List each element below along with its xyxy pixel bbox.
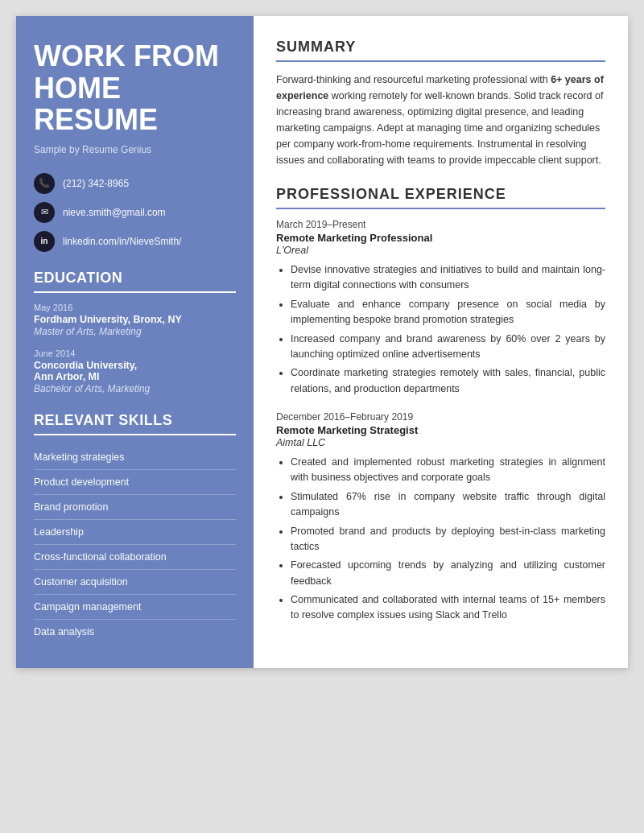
linkedin-url: linkedin.com/in/NieveSmith/ xyxy=(63,236,181,247)
phone-icon: 📞 xyxy=(34,173,55,194)
resume-container: WORK FROM HOME RESUME Sample by Resume G… xyxy=(16,16,628,668)
job-2-bullet-1: Created and implemented robust marketing… xyxy=(291,455,605,486)
edu-date-2: June 2014 xyxy=(34,348,236,358)
education-divider xyxy=(34,291,236,293)
skill-item: Leadership xyxy=(34,520,236,545)
job-2-title: Remote Marketing Strategist xyxy=(276,424,605,436)
skills-divider xyxy=(34,434,236,435)
edu-date-1: May 2016 xyxy=(34,303,236,312)
edu-degree-2: Bachelor of Arts, Marketing xyxy=(34,383,236,394)
phone-number: (212) 342-8965 xyxy=(63,178,129,189)
experience-heading: PROFESSIONAL EXPERIENCE xyxy=(276,186,605,203)
skill-item: Product development xyxy=(34,470,236,495)
job-2-company: Aimtal LLC xyxy=(276,437,605,448)
summary-divider xyxy=(276,60,605,62)
job-2-bullets: Created and implemented robust marketing… xyxy=(291,455,605,624)
education-item-1: May 2016 Fordham University, Bronx, NY M… xyxy=(34,303,236,337)
edu-degree-1: Master of Arts, Marketing xyxy=(34,326,236,337)
job-1-bullets: Devise innovative strategies and initiat… xyxy=(291,262,605,397)
email-address: nieve.smith@gmail.com xyxy=(63,207,166,218)
email-icon: ✉ xyxy=(34,202,55,223)
job-1-bullet-3: Increased company and brand awareness by… xyxy=(291,332,605,363)
experience-divider xyxy=(276,208,605,209)
job-1-bullet-4: Coordinate marketing strategies remotely… xyxy=(291,365,605,397)
job-2-date: December 2016–February 2019 xyxy=(276,411,605,423)
resume-title: WORK FROM HOME RESUME xyxy=(34,40,236,136)
skill-item: Cross-functional collaboration xyxy=(34,545,236,570)
job-1-bullet-2: Evaluate and enhance company presence on… xyxy=(291,297,605,328)
education-item-2: June 2014 Concordia University,Ann Arbor… xyxy=(34,348,236,394)
email-contact: ✉ nieve.smith@gmail.com xyxy=(34,202,236,223)
summary-bold: 6+ years of experience xyxy=(276,74,604,101)
skill-item: Marketing strategies xyxy=(34,445,236,470)
job-1-title: Remote Marketing Professional xyxy=(276,232,605,244)
job-2-bullet-3: Promoted brand and products by deploying… xyxy=(291,524,605,555)
skill-item: Customer acquisition xyxy=(34,570,236,595)
summary-text: Forward-thinking and resourceful marketi… xyxy=(276,72,605,168)
job-2-bullet-5: Communicated and collaborated with inter… xyxy=(291,592,605,624)
skills-heading: RELEVANT SKILLS xyxy=(34,412,236,429)
skill-item: Data analysis xyxy=(34,620,236,644)
edu-school-2: Concordia University,Ann Arbor, MI xyxy=(34,360,236,382)
skill-item: Brand promotion xyxy=(34,495,236,520)
resume-subtitle: Sample by Resume Genius xyxy=(34,144,236,155)
job-2: December 2016–February 2019 Remote Marke… xyxy=(276,411,605,624)
summary-heading: SUMMARY xyxy=(276,39,605,56)
linkedin-contact: in linkedin.com/in/NieveSmith/ xyxy=(34,231,236,252)
job-2-bullet-4: Forecasted upcoming trends by analyzing … xyxy=(291,558,605,589)
phone-contact: 📞 (212) 342-8965 xyxy=(34,173,236,194)
skills-list: Marketing strategies Product development… xyxy=(34,445,236,644)
sidebar: WORK FROM HOME RESUME Sample by Resume G… xyxy=(16,16,254,668)
job-1-bullet-1: Devise innovative strategies and initiat… xyxy=(291,262,605,294)
skill-item: Campaign management xyxy=(34,595,236,620)
job-2-bullet-2: Stimulated 67% rise in company website t… xyxy=(291,489,605,521)
job-1-date: March 2019–Present xyxy=(276,219,605,230)
linkedin-icon: in xyxy=(34,231,55,252)
education-heading: EDUCATION xyxy=(34,270,236,287)
job-1: March 2019–Present Remote Marketing Prof… xyxy=(276,219,605,397)
job-1-company: L'Oreal xyxy=(276,245,605,256)
edu-school-1: Fordham University, Bronx, NY xyxy=(34,314,236,325)
main-content: SUMMARY Forward-thinking and resourceful… xyxy=(254,16,628,668)
